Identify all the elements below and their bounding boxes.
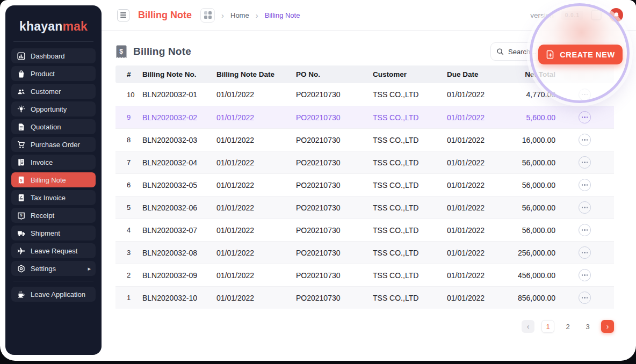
table-row[interactable]: 6BLN2020032-0501/01/2022PO20210730TSS CO… xyxy=(115,173,614,196)
po-no: PO20210730 xyxy=(296,294,373,302)
net-total: 16,000.00 xyxy=(512,136,555,144)
po-no: PO20210730 xyxy=(296,113,373,122)
fullscreen-icon[interactable] xyxy=(591,10,602,20)
sidebar-footer: Leave Application xyxy=(11,287,96,302)
table-row[interactable]: 7BLN2020032-0401/01/2022PO20210730TSS CO… xyxy=(115,151,614,173)
notification-button[interactable] xyxy=(609,8,623,22)
billing-note-date: 01/01/2022 xyxy=(216,90,296,99)
sidebar-item-customer[interactable]: Customer xyxy=(11,84,96,99)
billing-note-icon: $ xyxy=(115,45,127,59)
pagination-prev-button[interactable]: ‹ xyxy=(522,320,534,333)
sidebar-item-label: Customer xyxy=(31,88,61,96)
logo-accent: mak xyxy=(62,19,88,33)
sidebar-item-label: Leave Request xyxy=(31,247,77,255)
svg-text:$: $ xyxy=(20,213,22,217)
sidebar-item-opportunity[interactable]: Opportunity xyxy=(11,101,96,117)
row-actions xyxy=(555,201,614,214)
sidebar-item-quotation[interactable]: Quotation xyxy=(11,119,96,134)
chevron-right-icon: › xyxy=(256,11,258,19)
row-actions-button[interactable] xyxy=(579,246,591,259)
billing-note-no: BLN2020032-03 xyxy=(142,136,216,144)
billing-note-no: BLN2020032-01 xyxy=(142,90,216,99)
content-title: Billing Note xyxy=(133,46,191,57)
row-actions-button[interactable] xyxy=(579,179,591,191)
row-actions-button[interactable] xyxy=(579,201,591,214)
table-body: 10BLN2020032-0101/01/2022PO20210730TSS C… xyxy=(115,83,614,309)
table-row[interactable]: 9BLN2020032-0201/01/2022PO20210730TSS CO… xyxy=(115,106,614,128)
sidebar-item-billing-note[interactable]: $Billing Note xyxy=(11,172,96,187)
sidebar-item-label: Settings xyxy=(31,265,56,273)
due-date: 01/01/2022 xyxy=(447,90,512,99)
billing-note-date: 01/01/2022 xyxy=(216,181,296,190)
row-actions-button[interactable] xyxy=(579,134,591,146)
menu-toggle-button[interactable] xyxy=(117,9,129,21)
pagination-next-button[interactable]: › xyxy=(601,320,614,333)
sidebar-item-label: Product xyxy=(31,70,55,78)
shipment-icon xyxy=(17,229,25,237)
row-actions-button[interactable] xyxy=(579,224,591,236)
sidebar-item-settings[interactable]: Settings▸ xyxy=(11,261,96,276)
sidebar-item-tax-invoice[interactable]: Tax Invoice xyxy=(11,190,96,205)
sidebar-item-invoice[interactable]: Invoice xyxy=(11,155,96,170)
po-no: PO20210730 xyxy=(296,226,373,235)
net-total: 456,000.00 xyxy=(512,271,555,280)
row-actions-button[interactable] xyxy=(579,111,591,123)
table-row[interactable]: 1BLN2020032-1001/01/2022PO20210730TSS CO… xyxy=(115,286,614,309)
row-actions-button[interactable] xyxy=(579,156,591,169)
sidebar-item-purchase-order[interactable]: Purchase Order xyxy=(11,137,96,152)
billing-note-no: BLN2020032-08 xyxy=(142,249,216,257)
breadcrumb-home[interactable]: Home xyxy=(230,11,249,19)
billing-note-date: 01/01/2022 xyxy=(216,113,296,122)
sidebar-item-dashboard[interactable]: Dashboard xyxy=(11,48,96,63)
table-row[interactable]: 3BLN2020032-0801/01/2022PO20210730TSS CO… xyxy=(115,241,614,264)
page-title: Billing Note xyxy=(138,10,192,21)
sidebar-item-product[interactable]: Product xyxy=(11,66,96,81)
table-header: # Billing Note No. Billing Note Date PO … xyxy=(115,65,614,83)
sidebar-item-receipt[interactable]: $Receipt xyxy=(11,208,96,223)
row-index: 6 xyxy=(115,181,142,189)
sidebar-item-label: Leave Application xyxy=(31,290,85,299)
sidebar-divider xyxy=(13,281,93,281)
billing-note-date: 01/01/2022 xyxy=(216,203,296,212)
net-total: 856,000.00 xyxy=(512,294,555,302)
create-new-button[interactable]: CREATE NEW xyxy=(538,45,623,64)
content: $ Billing Note # Billing Note No. Billin… xyxy=(102,31,636,333)
net-total: 56,000.00 xyxy=(512,226,555,235)
net-total: 4,770.00 xyxy=(512,90,555,99)
billing-note-date: 01/01/2022 xyxy=(216,226,296,235)
po-no: PO20210730 xyxy=(296,203,373,212)
table-row[interactable]: 4BLN2020032-0701/01/2022PO20210730TSS CO… xyxy=(115,219,614,241)
sidebar-item-label: Dashboard xyxy=(31,52,65,60)
billing-note-no: BLN2020032-05 xyxy=(142,181,216,190)
table-row[interactable]: 8BLN2020032-0301/01/2022PO20210730TSS CO… xyxy=(115,128,614,151)
table-row[interactable]: 5BLN2020032-0601/01/2022PO20210730TSS CO… xyxy=(115,196,614,219)
sidebar-item-leave-application[interactable]: Leave Application xyxy=(11,287,96,302)
settings-icon xyxy=(17,264,25,273)
apps-grid-icon[interactable] xyxy=(200,8,215,23)
sidebar-item-leave-request[interactable]: Leave Request xyxy=(11,243,96,258)
quotation-icon xyxy=(17,122,25,131)
due-date: 01/01/2022 xyxy=(447,158,512,167)
app-window: khayanmak DashboardProductCustomerOpport… xyxy=(0,0,636,361)
row-index: 3 xyxy=(115,249,142,257)
sidebar-item-label: Billing Note xyxy=(31,176,66,184)
table-row[interactable]: 2BLN2020032-0901/01/2022PO20210730TSS CO… xyxy=(115,264,614,286)
row-actions-button[interactable] xyxy=(579,269,591,281)
pagination-page-2[interactable]: 2 xyxy=(561,320,574,333)
receipt-icon: $ xyxy=(17,211,25,220)
sidebar-item-label: Invoice xyxy=(31,158,53,166)
billing-note-table: # Billing Note No. Billing Note Date PO … xyxy=(115,65,614,309)
due-date: 01/01/2022 xyxy=(447,136,512,144)
customer: TSS CO.,LTD xyxy=(373,181,447,190)
pagination-page-1[interactable]: 1 xyxy=(541,320,554,333)
due-date: 01/01/2022 xyxy=(447,249,512,257)
pagination-page-3[interactable]: 3 xyxy=(581,320,594,333)
billing-note-date: 01/01/2022 xyxy=(216,249,296,257)
table-row[interactable]: 10BLN2020032-0101/01/2022PO20210730TSS C… xyxy=(115,83,614,106)
svg-text:$: $ xyxy=(20,177,23,182)
sidebar-item-label: Shipment xyxy=(31,229,60,237)
sidebar-item-shipment[interactable]: Shipment xyxy=(11,225,96,241)
row-actions-button[interactable] xyxy=(579,292,591,304)
row-actions-button[interactable] xyxy=(579,89,591,101)
row-index: 8 xyxy=(115,136,142,144)
